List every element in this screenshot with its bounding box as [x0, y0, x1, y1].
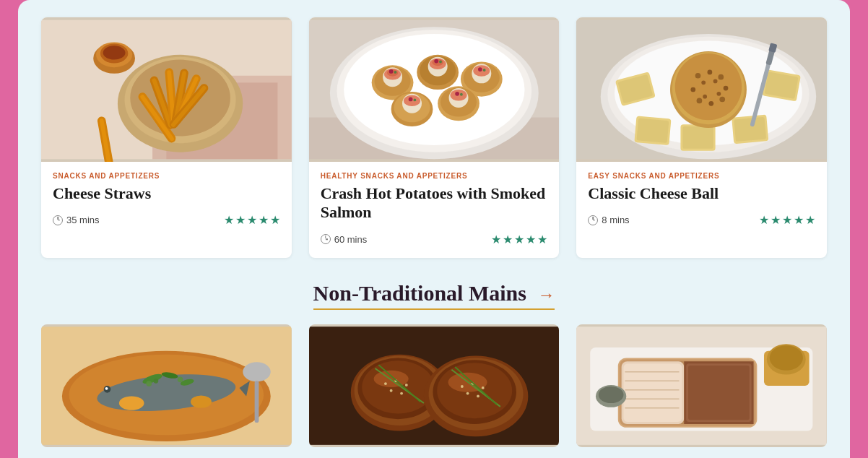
svg-rect-150: [688, 366, 750, 420]
svg-point-155: [599, 386, 624, 403]
card-image-cheese-straws: [41, 17, 292, 162]
svg-point-86: [691, 87, 696, 92]
top-recipe-grid: SNACKS AND APPETIZERS Cheese Straws 35 m…: [41, 17, 827, 258]
star-1: ★: [491, 233, 501, 246]
svg-point-110: [178, 376, 183, 382]
category-cheese-straws: SNACKS AND APPETIZERS: [53, 172, 280, 180]
svg-point-115: [362, 360, 434, 413]
meta-cheese-straws: 35 mins ★ ★ ★ ★ ★: [53, 213, 280, 227]
main-container: SNACKS AND APPETIZERS Cheese Straws 35 m…: [18, 0, 850, 458]
svg-point-89: [717, 92, 721, 96]
section2-arrow: →: [537, 285, 555, 304]
svg-point-100: [105, 387, 108, 390]
svg-point-54: [413, 99, 416, 102]
svg-point-23: [103, 46, 126, 59]
star-2: ★: [503, 233, 513, 246]
svg-point-109: [154, 379, 159, 384]
svg-point-47: [478, 67, 482, 72]
clock-icon-2: [321, 234, 331, 244]
star-4: ★: [526, 233, 536, 246]
star-3: ★: [514, 233, 524, 246]
svg-point-48: [482, 69, 485, 72]
star-3: ★: [782, 213, 792, 227]
card-info-cheese-straws: SNACKS AND APPETIZERS Cheese Straws 35 m…: [41, 162, 292, 238]
bottom-card-chicken[interactable]: [309, 324, 560, 447]
card-info-cheese-ball: EASY SNACKS AND APPETIZERS Classic Chees…: [576, 162, 827, 238]
svg-point-121: [400, 392, 403, 394]
svg-point-80: [708, 70, 713, 75]
category-cheese-ball: EASY SNACKS AND APPETIZERS: [588, 172, 815, 180]
time-cheese-straws: 35 mins: [53, 215, 100, 225]
section2-heading: Non-Traditional Mains →: [41, 281, 827, 310]
title-crash-hot: Crash Hot Potatoes with Smoked Salmon: [321, 184, 548, 222]
svg-point-82: [724, 86, 729, 91]
svg-point-79: [695, 73, 701, 79]
title-cheese-ball: Classic Cheese Ball: [588, 184, 815, 203]
svg-point-105: [191, 395, 212, 407]
svg-rect-75: [683, 126, 713, 149]
stars-crash-hot: ★ ★ ★ ★ ★: [491, 233, 547, 246]
bottom-card-pork[interactable]: [576, 324, 827, 447]
svg-point-104: [119, 396, 144, 410]
svg-point-87: [702, 80, 706, 85]
star-1: ★: [759, 213, 769, 227]
svg-point-53: [408, 98, 412, 102]
svg-point-81: [719, 74, 724, 80]
svg-point-106: [243, 362, 271, 381]
svg-point-119: [405, 384, 408, 386]
star-5: ★: [805, 213, 815, 227]
section2-title-text: Non-Traditional Mains: [313, 281, 526, 305]
svg-rect-107: [255, 381, 259, 423]
time-crash-hot: 60 mins: [321, 234, 368, 245]
svg-point-42: [439, 61, 442, 64]
svg-point-131: [481, 386, 484, 389]
svg-point-84: [709, 101, 714, 106]
svg-point-34: [389, 69, 393, 74]
svg-point-78: [675, 53, 742, 120]
svg-point-88: [713, 79, 718, 84]
star-4: ★: [794, 213, 804, 227]
bottom-card-fish[interactable]: [41, 324, 292, 447]
svg-point-83: [720, 97, 726, 103]
bottom-recipe-grid: [41, 324, 827, 447]
svg-point-90: [703, 95, 708, 99]
clock-icon-3: [588, 215, 598, 225]
recipe-card-cheese-straws[interactable]: SNACKS AND APPETIZERS Cheese Straws 35 m…: [41, 17, 292, 258]
star-5: ★: [270, 213, 280, 227]
category-crash-hot: HEALTHY SNACKS AND APPETIZERS: [321, 172, 548, 180]
time-value-cheese-straws: 35 mins: [66, 215, 100, 225]
star-1: ★: [224, 213, 234, 227]
star-4: ★: [259, 213, 269, 227]
time-cheese-ball: 8 mins: [588, 215, 629, 225]
svg-rect-73: [734, 117, 767, 142]
svg-point-41: [434, 59, 438, 64]
title-cheese-straws: Cheese Straws: [53, 184, 280, 203]
svg-point-120: [389, 389, 392, 392]
card-image-cheese-ball: [576, 17, 827, 162]
svg-point-117: [384, 382, 387, 385]
meta-cheese-ball: 8 mins ★ ★ ★ ★ ★: [588, 213, 815, 227]
svg-point-133: [477, 394, 479, 397]
svg-point-85: [697, 98, 703, 104]
card-info-crash-hot: HEALTHY SNACKS AND APPETIZERS Crash Hot …: [309, 162, 560, 258]
svg-point-153: [770, 345, 803, 371]
time-value-crash-hot: 60 mins: [334, 234, 368, 245]
svg-rect-71: [637, 118, 669, 143]
stars-cheese-ball: ★ ★ ★ ★ ★: [759, 213, 815, 227]
svg-point-116: [373, 371, 408, 387]
meta-crash-hot: 60 mins ★ ★ ★ ★ ★: [321, 233, 548, 246]
star-2: ★: [235, 213, 246, 227]
svg-point-132: [466, 392, 469, 394]
section2-title[interactable]: Non-Traditional Mains →: [313, 281, 555, 310]
time-value-cheese-ball: 8 mins: [602, 215, 629, 225]
card-image-crash-hot: [309, 17, 560, 162]
clock-icon: [53, 215, 63, 225]
star-5: ★: [537, 233, 547, 246]
recipe-card-cheese-ball[interactable]: EASY SNACKS AND APPETIZERS Classic Chees…: [576, 17, 827, 258]
recipe-card-crash-hot-potatoes[interactable]: HEALTHY SNACKS AND APPETIZERS Crash Hot …: [309, 17, 560, 258]
svg-point-129: [461, 385, 464, 388]
svg-point-60: [460, 93, 463, 96]
svg-point-35: [394, 71, 396, 74]
stars-cheese-straws: ★ ★ ★ ★ ★: [224, 213, 280, 227]
star-3: ★: [247, 213, 257, 227]
